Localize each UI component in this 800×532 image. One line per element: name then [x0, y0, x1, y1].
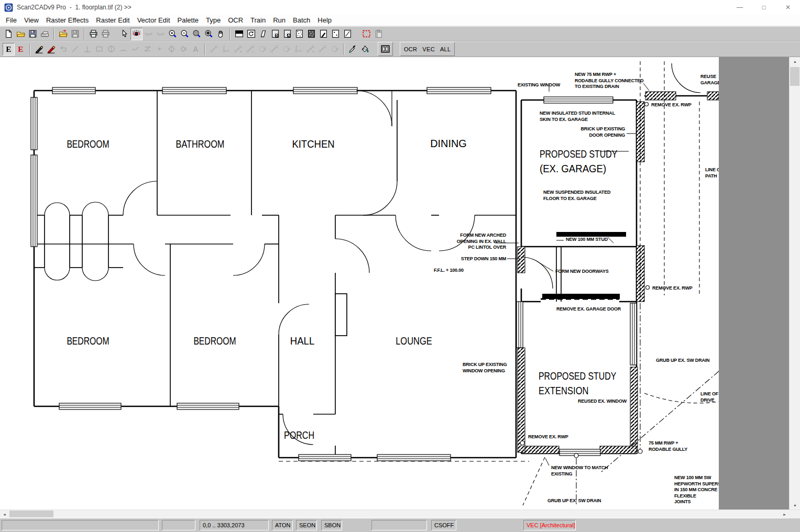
tile-windows-icon[interactable]: [379, 43, 391, 56]
scroll-right-button[interactable]: ►: [780, 510, 789, 518]
zoom-window-icon[interactable]: [191, 28, 203, 40]
dot-edit-icon[interactable]: [330, 28, 342, 40]
horizontal-scroll-thumb[interactable]: [9, 511, 53, 517]
annotation-text: REUSED EX. WINDOW: [578, 398, 627, 404]
annotation-text: TO EXISTING DRAIN: [575, 84, 619, 89]
select-cursor-icon[interactable]: [118, 28, 130, 40]
menu-view[interactable]: View: [20, 15, 42, 25]
save-file-icon[interactable]: [27, 28, 39, 40]
vertical-scrollbar[interactable]: ▲ ▼: [789, 57, 800, 510]
all-button[interactable]: ALL: [437, 45, 453, 54]
insert-text-icon: A: [190, 43, 202, 56]
annotation-text: 75 MM RWP +: [649, 440, 678, 446]
draw-circle-icon: [105, 43, 117, 56]
view-vector-icon: [155, 28, 167, 40]
despeckle-icon[interactable]: [293, 28, 305, 40]
spare-panel: [371, 520, 427, 530]
close-button[interactable]: ✕: [776, 0, 800, 15]
fill-color-icon[interactable]: [359, 43, 371, 56]
annotation-text: NEW 100 MM SW: [674, 475, 711, 480]
smooth-icon[interactable]: S: [269, 28, 281, 40]
room-label: HALL: [290, 335, 314, 347]
annotation-text: IN 150 MM CONCRE: [674, 487, 718, 492]
thicken-icon[interactable]: A: [281, 28, 293, 40]
menu-run[interactable]: Run: [269, 15, 289, 25]
svg-text:E: E: [6, 45, 11, 53]
pan-icon[interactable]: [215, 28, 227, 40]
vector-add-node-icon: [232, 43, 244, 56]
vector-origin-icon: [220, 43, 232, 56]
open-file-icon[interactable]: [15, 28, 27, 40]
annotation-text: RODABLE GULLY CONNECTED: [575, 78, 644, 83]
draw-pencil-red-icon[interactable]: [45, 43, 57, 56]
seon-indicator: SEON: [296, 520, 317, 530]
scroll-up-button[interactable]: ▲: [790, 57, 800, 66]
print-icon[interactable]: [87, 28, 100, 40]
zoom-out-icon[interactable]: [179, 28, 191, 40]
menu-train[interactable]: Train: [247, 15, 269, 25]
image-extents: 0,0 .. 3303,2073: [200, 520, 269, 530]
menu-batch[interactable]: Batch: [289, 15, 314, 25]
new-file-icon[interactable]: [3, 28, 15, 40]
annotation-text: REMOVE EX. RWP: [528, 434, 568, 439]
toolbar-separator: [229, 28, 231, 40]
menu-type[interactable]: Type: [202, 15, 224, 25]
rotate-image-icon[interactable]: [245, 28, 257, 40]
vertical-scroll-thumb[interactable]: [790, 67, 799, 86]
vector-move-node-icon: [208, 43, 220, 56]
scan-image-icon[interactable]: [39, 28, 51, 40]
view-raster-icon[interactable]: [130, 28, 143, 40]
view-raster-and-vector-icon: [143, 28, 155, 40]
pick-color-icon[interactable]: [347, 43, 359, 56]
menu-raster-edit[interactable]: Raster Edit: [92, 15, 133, 25]
minimize-button[interactable]: —: [728, 0, 752, 15]
vector-type: VEC [Architectural]: [523, 520, 576, 530]
annotation-text: NEW 100 MM STUD: [566, 237, 608, 242]
horizontal-scrollbar[interactable]: ◄ ►: [0, 509, 800, 518]
zoom-in-icon[interactable]: [167, 28, 179, 40]
maximize-button[interactable]: □: [752, 0, 776, 15]
recognition-button-group: OCRVECALL: [400, 42, 455, 56]
toolbar-island: [378, 42, 393, 56]
annotation-text: GARAGE: [700, 80, 719, 85]
draw-perpendicular-icon: [81, 43, 93, 56]
annotation-text: EXISTING WINDOW: [518, 82, 561, 87]
app-logo-icon: [4, 3, 13, 12]
pen-edit-icon[interactable]: [317, 28, 330, 40]
room-label: DINING: [430, 137, 467, 149]
menu-bar: FileViewRaster EffectsRaster EditVector …: [0, 15, 800, 26]
menu-palette[interactable]: Palette: [174, 15, 202, 25]
annotation-text: OPENING IN EX. WALL: [457, 239, 507, 244]
fill-holes-icon[interactable]: [305, 28, 317, 40]
ocr-button[interactable]: OCR: [401, 45, 420, 54]
annotation-text: DRIVE: [700, 397, 715, 403]
zoom-extents-icon[interactable]: [203, 28, 215, 40]
deskew-icon[interactable]: [257, 28, 269, 40]
annotation-text: NEW WINDOW TO MATCH: [551, 465, 608, 470]
menu-file[interactable]: File: [2, 15, 20, 25]
room-label: KITCHEN: [292, 138, 334, 150]
floorplan-image-viewport[interactable]: BEDROOMBATHROOMKITCHENDININGBEDROOMBEDRO…: [0, 57, 719, 510]
menu-help[interactable]: Help: [314, 15, 335, 25]
scroll-left-button[interactable]: ◄: [0, 510, 9, 518]
annotation-text: JOINTS: [674, 499, 691, 504]
threshold-icon[interactable]: [233, 28, 245, 40]
vec-button[interactable]: VEC: [420, 45, 437, 54]
room-label: PORCH: [284, 429, 314, 441]
area-label: PROPOSED STUDY: [539, 370, 616, 382]
menu-raster-effects[interactable]: Raster Effects: [42, 15, 92, 25]
edit-vector-mode-icon[interactable]: E: [15, 43, 27, 56]
draw-point-icon: [154, 43, 166, 56]
annotation-text: EXISTING: [551, 471, 573, 476]
select-raster-area-icon[interactable]: [360, 28, 372, 40]
menu-ocr[interactable]: OCR: [224, 15, 247, 25]
open-vector-file-icon[interactable]: [57, 28, 69, 40]
toolbar-separator: [204, 43, 205, 55]
standard-toolbar: SA: [0, 26, 800, 41]
edit-raster-mode-icon[interactable]: E: [3, 43, 15, 56]
sbon-indicator: SBON: [321, 520, 342, 530]
menu-vector-edit[interactable]: Vector Edit: [134, 15, 174, 25]
scroll-down-button[interactable]: ▼: [790, 501, 800, 510]
line-edit-icon[interactable]: [342, 28, 354, 40]
draw-pencil-icon[interactable]: [33, 43, 45, 56]
